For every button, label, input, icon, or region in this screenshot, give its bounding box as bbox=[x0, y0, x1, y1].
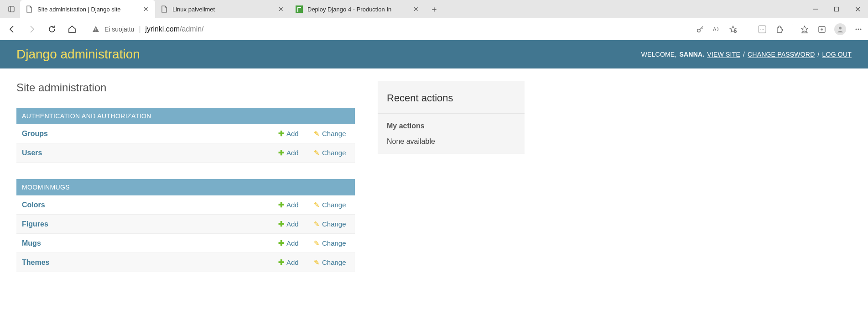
svg-point-16 bbox=[839, 26, 842, 29]
close-icon[interactable]: ✕ bbox=[412, 5, 420, 13]
svg-point-7 bbox=[697, 29, 700, 32]
svg-rect-4 bbox=[835, 7, 839, 11]
change-link[interactable]: ✎Change bbox=[314, 201, 349, 209]
address-bar[interactable]: Ei suojattu | jyrinki.com/admin/ A bbox=[85, 21, 747, 37]
tab-2[interactable]: Linux palvelimet ✕ bbox=[155, 0, 290, 18]
toolbar-separator bbox=[792, 24, 792, 34]
model-row: Groups ✚Add ✎Change bbox=[16, 124, 355, 143]
model-row: Themes ✚Add ✎Change bbox=[16, 253, 355, 272]
plus-icon: ✚ bbox=[278, 129, 284, 138]
read-aloud-icon[interactable]: A bbox=[712, 25, 721, 34]
tab-title: Linux palvelimet bbox=[172, 6, 273, 13]
passwords-icon[interactable] bbox=[696, 25, 705, 34]
extensions-icon[interactable] bbox=[774, 24, 785, 34]
new-tab-button[interactable]: ＋ bbox=[425, 0, 443, 18]
svg-rect-0 bbox=[9, 6, 14, 12]
pencil-icon: ✎ bbox=[314, 130, 320, 138]
my-actions-empty: None available bbox=[387, 137, 515, 146]
favorites-icon[interactable] bbox=[728, 25, 738, 34]
svg-rect-5 bbox=[95, 28, 96, 30]
django-userlinks: WELCOME, SANNA. VIEW SITE / CHANGE PASSW… bbox=[641, 51, 852, 58]
model-row: Mugs ✚Add ✎Change bbox=[16, 234, 355, 253]
back-button[interactable] bbox=[5, 22, 19, 37]
forward-button[interactable] bbox=[25, 22, 39, 37]
django-header: Django administration WELCOME, SANNA. VI… bbox=[0, 40, 868, 68]
add-link[interactable]: ✚Add bbox=[278, 129, 314, 138]
svg-point-19 bbox=[860, 28, 862, 30]
add-link[interactable]: ✚Add bbox=[278, 148, 314, 157]
refresh-button[interactable] bbox=[45, 22, 59, 37]
pencil-icon: ✎ bbox=[314, 258, 320, 267]
tab-actions-panel-icon[interactable] bbox=[3, 0, 20, 18]
tab-3[interactable]: Deploy Django 4 - Production In ✕ bbox=[290, 0, 425, 18]
username: SANNA. bbox=[679, 51, 704, 58]
more-icon[interactable] bbox=[853, 24, 863, 34]
module-caption[interactable]: AUTHENTICATION AND AUTHORIZATION bbox=[16, 108, 355, 124]
plus-icon: ✚ bbox=[278, 200, 284, 209]
tab-title: Site administration | Django site bbox=[37, 6, 138, 13]
django-main: Site administration AUTHENTICATION AND A… bbox=[16, 81, 355, 289]
tab-bar: Site administration | Django site ✕ Linu… bbox=[0, 0, 868, 18]
svg-point-18 bbox=[858, 28, 859, 30]
plus-icon: ✚ bbox=[278, 258, 284, 267]
module-moominmugs: MOOMINMUGS Colors ✚Add ✎Change Figures ✚… bbox=[16, 179, 355, 272]
pencil-icon: ✎ bbox=[314, 220, 320, 228]
address-bar-icons: A bbox=[693, 25, 740, 34]
my-actions-section: My actions None available bbox=[378, 113, 525, 154]
plus-icon: ✚ bbox=[278, 239, 284, 247]
svg-point-13 bbox=[763, 29, 764, 30]
tab-1[interactable]: Site administration | Django site ✕ bbox=[20, 0, 155, 18]
browser-toolbar: Ei suojattu | jyrinki.com/admin/ A bbox=[0, 18, 868, 40]
close-icon[interactable]: ✕ bbox=[277, 5, 285, 13]
pencil-icon: ✎ bbox=[314, 201, 320, 209]
change-link[interactable]: ✎Change bbox=[314, 239, 349, 247]
browser-chrome: Site administration | Django site ✕ Linu… bbox=[0, 0, 868, 40]
logout-link[interactable]: LOG OUT bbox=[822, 51, 852, 58]
change-link[interactable]: ✎Change bbox=[314, 130, 349, 138]
close-window-button[interactable]: ✕ bbox=[847, 0, 868, 18]
view-site-link[interactable]: VIEW SITE bbox=[707, 51, 740, 58]
address-path: /admin/ bbox=[180, 25, 203, 33]
change-link[interactable]: ✎Change bbox=[314, 220, 349, 228]
profile-avatar[interactable] bbox=[834, 23, 846, 35]
close-icon[interactable]: ✕ bbox=[142, 5, 150, 13]
svg-point-17 bbox=[856, 28, 857, 30]
model-link-figures[interactable]: Figures bbox=[22, 220, 278, 228]
model-link-groups[interactable]: Groups bbox=[22, 130, 278, 138]
tab-title: Deploy Django 4 - Production In bbox=[307, 6, 408, 13]
model-row: Users ✚Add ✎Change bbox=[16, 143, 355, 163]
model-link-themes[interactable]: Themes bbox=[22, 258, 278, 267]
model-link-colors[interactable]: Colors bbox=[22, 201, 278, 209]
module-auth: AUTHENTICATION AND AUTHORIZATION Groups … bbox=[16, 108, 355, 163]
module-caption[interactable]: MOOMINMUGS bbox=[16, 179, 355, 195]
add-link[interactable]: ✚Add bbox=[278, 239, 314, 247]
page-icon bbox=[161, 5, 168, 13]
add-link[interactable]: ✚Add bbox=[278, 220, 314, 228]
home-button[interactable] bbox=[65, 22, 79, 37]
collections-icon[interactable] bbox=[817, 24, 827, 34]
django-brand[interactable]: Django administration bbox=[16, 47, 140, 62]
minimize-button[interactable] bbox=[805, 0, 826, 18]
model-link-users[interactable]: Users bbox=[22, 149, 278, 157]
change-link[interactable]: ✎Change bbox=[314, 258, 349, 267]
svg-rect-2 bbox=[296, 5, 303, 13]
recent-actions-sidebar: Recent actions My actions None available bbox=[378, 81, 525, 154]
change-password-link[interactable]: CHANGE PASSWORD bbox=[748, 51, 815, 58]
add-link[interactable]: ✚Add bbox=[278, 258, 314, 267]
address-host: jyrinki.com bbox=[146, 25, 180, 33]
app-icon[interactable] bbox=[757, 24, 767, 34]
svg-text:A: A bbox=[713, 26, 717, 32]
welcome-label: WELCOME, bbox=[641, 51, 677, 58]
change-link[interactable]: ✎Change bbox=[314, 149, 349, 157]
model-link-mugs[interactable]: Mugs bbox=[22, 239, 278, 247]
plus-icon: ✚ bbox=[278, 148, 284, 157]
maximize-button[interactable] bbox=[826, 0, 847, 18]
toolbar-right-icons bbox=[753, 23, 863, 35]
svg-point-12 bbox=[762, 29, 763, 30]
favorites-bar-icon[interactable] bbox=[800, 24, 810, 34]
site-favicon bbox=[296, 5, 303, 13]
not-secure-icon bbox=[92, 25, 100, 33]
add-link[interactable]: ✚Add bbox=[278, 200, 314, 209]
page-title: Site administration bbox=[16, 81, 355, 94]
page-icon bbox=[26, 5, 33, 13]
